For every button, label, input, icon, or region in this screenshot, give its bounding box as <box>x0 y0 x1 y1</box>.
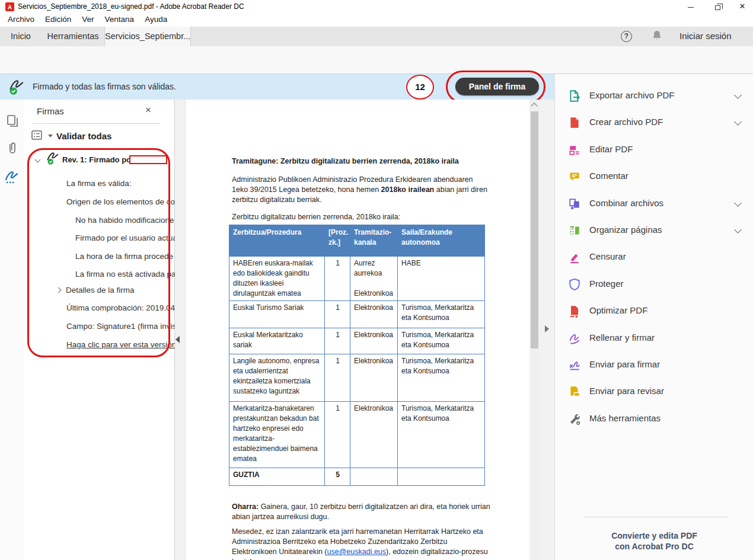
signature-status-message: Firmado y todas las firmas son válidas. <box>33 82 176 91</box>
doc-paragraph-1: Administrazio Publikoen Administrazio Pr… <box>232 175 488 205</box>
more-tools-icon <box>568 412 581 425</box>
tab-inicio[interactable]: Inicio <box>0 27 42 46</box>
tool-label: Optimizar PDF <box>589 305 647 315</box>
table-cell: 1 <box>325 301 350 328</box>
tool-item-proteger[interactable]: Proteger <box>555 271 753 298</box>
table-cell: Turismoa, Merkataritza eta Kontsumoa <box>398 328 485 354</box>
annotation-rect-signature-tree <box>27 148 170 357</box>
table-cell: Turismoa, Merkataritza eta Kontsumoa <box>398 301 485 328</box>
tool-label: Combinar archivos <box>589 198 663 208</box>
tool-item-exportar-archivo-pdf[interactable]: Exportar archivo PDF <box>555 83 753 110</box>
tool-item-censurar[interactable]: Censurar <box>555 244 753 271</box>
tool-item-mas-herramientas[interactable]: Más herramientas <box>555 406 753 433</box>
tool-label: Comentar <box>589 171 628 181</box>
chevron-down-icon[interactable] <box>734 91 742 99</box>
attachments-paperclip-icon[interactable] <box>5 141 20 155</box>
tool-item-enviar-para-revisar[interactable]: Enviar para revisar <box>555 379 753 405</box>
table-cell <box>398 468 485 486</box>
menu-item-ventana[interactable]: Ventana <box>100 13 140 25</box>
table-cell: Langile autonomo, enpresa eta udalerrien… <box>229 354 325 402</box>
redact-icon <box>568 251 581 264</box>
tools-list: Exportar archivo PDFCrear archivo PDFEdi… <box>555 83 753 433</box>
menu-item-ayuda[interactable]: Ayuda <box>139 13 173 25</box>
tool-label: Censurar <box>589 251 626 261</box>
tool-item-comentar[interactable]: Comentar <box>555 164 753 190</box>
document-view-area: Tramitagune: Zerbitzu digitalizatu berri… <box>175 100 554 560</box>
validate-all-button[interactable]: Validar todas <box>56 131 111 141</box>
signatures-panel-icon[interactable] <box>4 169 21 185</box>
tool-item-enviar-para-firmar[interactable]: Enviar para firmar <box>555 352 753 379</box>
tab-document[interactable]: Servicios_Septiembr...× <box>104 27 191 46</box>
table-cell: 1 <box>325 328 350 354</box>
doc-heading: Tramitagune: Zerbitzu digitalizatu berri… <box>232 156 493 167</box>
tool-label: Más herramientas <box>589 413 661 423</box>
tab-bar: Inicio Herramientas Servicios_Septiembr.… <box>0 27 753 46</box>
tool-item-organizar-paginas[interactable]: Organizar páginas <box>555 217 753 244</box>
chevron-down-icon[interactable] <box>734 226 742 233</box>
organize-pages-icon <box>568 224 581 237</box>
signatures-panel: Firmas × Validar todas Rev. 1: Firmado p… <box>24 100 175 560</box>
restore-button[interactable] <box>706 0 729 13</box>
tool-item-optimizar-pdf[interactable]: Optimizar PDF <box>555 298 753 325</box>
menu-item-edicion[interactable]: Edición <box>40 13 76 25</box>
sign-in-link[interactable]: Iniciar sesión <box>679 31 732 41</box>
vertical-scrollbar[interactable] <box>529 100 540 560</box>
table-cell: Elektronikoa <box>350 354 398 402</box>
table-header-cell: Saila/Erakunde autonomoa <box>398 225 485 257</box>
menu-item-archivo[interactable]: Archivo <box>2 13 40 25</box>
table-header-cell: Zerbitzua/Prozedura <box>229 225 325 257</box>
email-link[interactable]: use@euskadi.eus <box>327 548 387 556</box>
notifications-bell-icon[interactable] <box>651 30 663 41</box>
document-toolbar: 1 / 1 Compartir <box>0 46 753 74</box>
table-header-cell: [Proz. zk.] <box>325 225 350 257</box>
table-cell: GUZTIA <box>229 468 325 486</box>
export-pdf-icon <box>568 89 581 103</box>
table-cell: 1 <box>325 257 350 301</box>
table-cell: Aurrez aurrekoaElektronikoa <box>350 257 398 301</box>
signatures-panel-title: Firmas <box>37 106 64 116</box>
table-row: HABEren euskara-mailak edo baliokideak g… <box>229 257 485 301</box>
menu-bar: ArchivoEdiciónVerVentanaAyuda <box>0 13 753 27</box>
options-caret-icon <box>48 135 53 137</box>
doc-paragraph-2: Zerbitzu digitalizatu berrien zerrenda, … <box>232 212 488 222</box>
chevron-down-icon[interactable] <box>734 199 742 207</box>
acrobat-reader-window: Servicios_Septiembre_2018_eu-signed.pdf … <box>0 0 753 560</box>
minimize-button[interactable] <box>679 0 703 13</box>
signature-options-button[interactable] <box>31 130 50 145</box>
chevron-down-icon[interactable] <box>734 119 742 126</box>
collapse-right-panel-icon[interactable] <box>545 325 549 332</box>
doc-note: Oharra: Gainera, gaur, 10 zerbitzu berri… <box>232 502 492 522</box>
table-cell: 5 <box>325 468 350 486</box>
scroll-up-icon[interactable] <box>531 103 537 109</box>
signatures-panel-close-icon[interactable]: × <box>145 104 151 116</box>
table-cell: Turismoa, Merkataritza eta Kontsumoa <box>398 354 485 402</box>
tool-label: Crear archivo PDF <box>589 117 663 127</box>
navigation-icon-strip <box>0 100 24 560</box>
tool-label: Editar PDF <box>589 144 633 154</box>
menu-item-ver[interactable]: Ver <box>76 13 99 25</box>
tool-label: Proteger <box>589 279 624 289</box>
scrollbar-thumb[interactable] <box>531 111 538 348</box>
services-table: Zerbitzua/Prozedura[Proz. zk.]Tramitazio… <box>229 225 485 486</box>
table-cell: 1 <box>325 402 350 468</box>
table-row: Langile autonomo, enpresa eta udalerrien… <box>229 354 485 402</box>
tool-item-rellenar-y-firmar[interactable]: Rellenar y firmar <box>555 325 753 352</box>
tools-panel: Exportar archivo PDFCrear archivo PDFEdi… <box>554 74 753 560</box>
help-icon[interactable]: ? <box>621 31 632 42</box>
close-button[interactable]: ✕ <box>730 0 753 13</box>
table-cell: Turismoa, Merkataritza eta Kontsumoa <box>398 402 485 468</box>
page-thumbnails-icon[interactable] <box>5 114 20 128</box>
tab-herramientas[interactable]: Herramientas <box>42 27 104 46</box>
table-header-cell: Tramitazio-kanala <box>350 225 398 257</box>
pdf-page: Tramitagune: Zerbitzu digitalizatu berri… <box>185 100 529 560</box>
edit-pdf-icon <box>568 143 581 156</box>
table-cell: Euskal Merkataritzako sariak <box>229 328 325 354</box>
fill-sign-icon <box>568 332 581 345</box>
tool-item-editar-pdf[interactable]: Editar PDF <box>555 137 753 164</box>
collapse-left-panel-icon[interactable] <box>176 336 180 343</box>
title-bar: Servicios_Septiembre_2018_eu-signed.pdf … <box>0 0 753 13</box>
tool-item-crear-archivo-pdf[interactable]: Crear archivo PDF <box>555 110 753 136</box>
tool-item-combinar-archivos[interactable]: Combinar archivos <box>555 191 753 217</box>
table-cell: Elektronikoa <box>350 328 398 354</box>
table-row: Euskal Turismo Sariak1ElektronikoaTurism… <box>229 301 485 328</box>
